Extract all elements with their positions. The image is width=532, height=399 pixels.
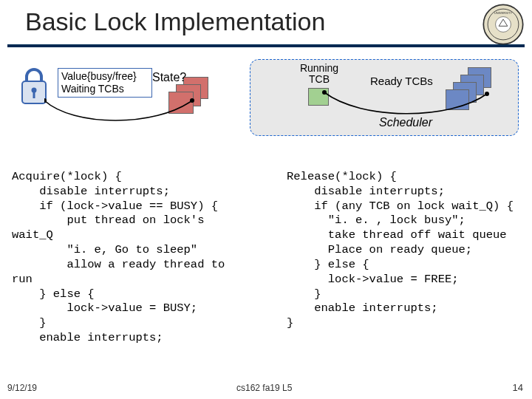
- release-code: Release(*lock) { disable interrupts; if …: [287, 170, 532, 331]
- svg-rect-6: [33, 91, 35, 98]
- university-seal-icon: UNIVERSITY: [482, 3, 525, 46]
- acquire-code: Acquire(*lock) { disable interrupts; if …: [12, 170, 285, 346]
- footer-date: 9/12/19: [7, 383, 37, 393]
- slide: Basic Lock Implementation UNIVERSITY Val…: [0, 0, 532, 399]
- ready-tcbs-label: Ready TCBs: [370, 75, 433, 87]
- title-rule: [7, 44, 525, 47]
- svg-point-9: [322, 90, 327, 95]
- svg-point-8: [190, 98, 194, 103]
- running-tcb-label: Running TCB: [298, 63, 341, 86]
- state-question-label: State?: [152, 71, 186, 84]
- lock-diagram: Value{busy/free} Waiting TCBs: [15, 61, 236, 149]
- footer-page-number: 14: [513, 382, 523, 393]
- svg-text:UNIVERSITY: UNIVERSITY: [494, 11, 513, 15]
- lock-value-label: Value{busy/free}: [61, 70, 149, 83]
- scheduler-label: Scheduler: [379, 116, 432, 129]
- lock-state-box: Value{busy/free} Waiting TCBs: [58, 68, 152, 98]
- lock-link-curve: [44, 98, 201, 127]
- footer-course: cs162 fa19 L5: [236, 383, 292, 393]
- scheduler-box: Running TCB Ready TCBs Scheduler: [250, 59, 519, 136]
- slide-title: Basic Lock Implementation: [25, 7, 325, 36]
- lock-waiting-label: Waiting TCBs: [61, 83, 149, 95]
- svg-point-10: [485, 92, 489, 96]
